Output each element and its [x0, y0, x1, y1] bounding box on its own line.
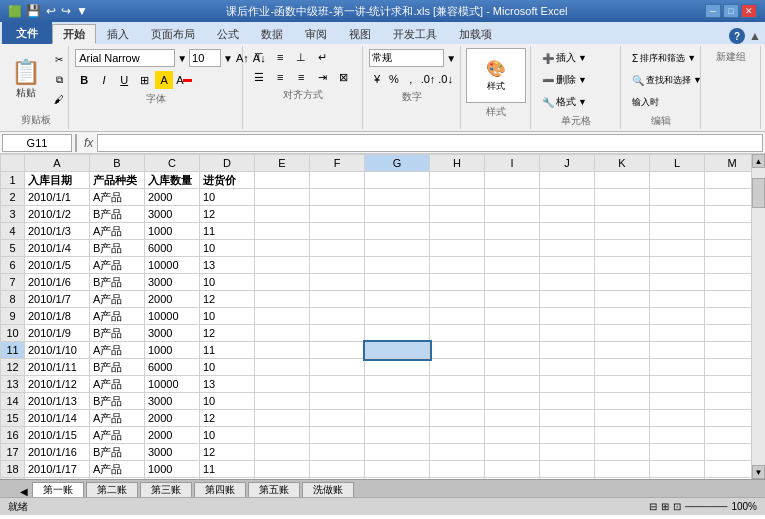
cell-12-2[interactable]: 6000: [145, 359, 200, 376]
cell-17-11[interactable]: [650, 444, 705, 461]
cell-6-11[interactable]: [650, 257, 705, 274]
cell-8-10[interactable]: [595, 291, 650, 308]
cell-3-3[interactable]: 12: [200, 206, 255, 223]
scroll-thumb[interactable]: [752, 178, 765, 208]
cell-18-6[interactable]: [365, 461, 430, 478]
cell-16-4[interactable]: [255, 427, 310, 444]
cell-11-4[interactable]: [255, 342, 310, 359]
cell-9-5[interactable]: [310, 308, 365, 325]
cell-9-0[interactable]: 2010/1/8: [25, 308, 90, 325]
cell-18-7[interactable]: [430, 461, 485, 478]
tab-data[interactable]: 数据: [250, 24, 294, 44]
autosum-dropdown[interactable]: ▼: [687, 53, 696, 63]
number-format-input[interactable]: [369, 49, 444, 67]
view-pagebreak-btn[interactable]: ⊡: [673, 501, 681, 512]
cell-8-2[interactable]: 2000: [145, 291, 200, 308]
cell-10-0[interactable]: 2010/1/9: [25, 325, 90, 342]
cell-17-8[interactable]: [485, 444, 540, 461]
col-header-d[interactable]: D: [200, 155, 255, 172]
cell-18-2[interactable]: 1000: [145, 461, 200, 478]
cell-18-9[interactable]: [540, 461, 595, 478]
cell-18-3[interactable]: 11: [200, 461, 255, 478]
fill-color-button[interactable]: A: [155, 71, 173, 89]
close-btn[interactable]: ✕: [741, 4, 757, 18]
cell-4-2[interactable]: 1000: [145, 223, 200, 240]
col-header-f[interactable]: F: [310, 155, 365, 172]
cell-18-10[interactable]: [595, 461, 650, 478]
col-header-a[interactable]: A: [25, 155, 90, 172]
zoom-slider[interactable]: ──────: [685, 501, 728, 512]
cell-10-11[interactable]: [650, 325, 705, 342]
cell-11-5[interactable]: [310, 342, 365, 359]
italic-button[interactable]: I: [95, 71, 113, 89]
cell-11-6[interactable]: [365, 342, 430, 359]
cell-18-11[interactable]: [650, 461, 705, 478]
row-header-12[interactable]: 12: [1, 359, 25, 376]
cell-4-1[interactable]: A产品: [90, 223, 145, 240]
row-header-15[interactable]: 15: [1, 410, 25, 427]
cell-13-0[interactable]: 2010/1/12: [25, 376, 90, 393]
cell-4-0[interactable]: 2010/1/3: [25, 223, 90, 240]
cell-9-9[interactable]: [540, 308, 595, 325]
cell-13-4[interactable]: [255, 376, 310, 393]
tab-home[interactable]: 开始: [52, 24, 96, 44]
cell-19-11[interactable]: [650, 478, 705, 480]
cell-9-11[interactable]: [650, 308, 705, 325]
cell-13-1[interactable]: A产品: [90, 376, 145, 393]
cell-18-5[interactable]: [310, 461, 365, 478]
cell-5-3[interactable]: 10: [200, 240, 255, 257]
cell-11-10[interactable]: [595, 342, 650, 359]
cell-11-11[interactable]: [650, 342, 705, 359]
cell-3-7[interactable]: [430, 206, 485, 223]
scroll-track[interactable]: [752, 168, 765, 465]
cell-6-3[interactable]: 13: [200, 257, 255, 274]
cell-2-12[interactable]: [705, 189, 752, 206]
cell-16-5[interactable]: [310, 427, 365, 444]
cell-3-4[interactable]: [255, 206, 310, 223]
delete-cells-btn[interactable]: ➖ 删除 ▼: [537, 70, 614, 90]
quick-dropdown-btn[interactable]: ▼: [76, 4, 88, 18]
cell-7-3[interactable]: 10: [200, 274, 255, 291]
col-header-b[interactable]: B: [90, 155, 145, 172]
cell-7-0[interactable]: 2010/1/6: [25, 274, 90, 291]
cell-2-8[interactable]: [485, 189, 540, 206]
cell-10-4[interactable]: [255, 325, 310, 342]
cell-17-7[interactable]: [430, 444, 485, 461]
cell-9-4[interactable]: [255, 308, 310, 325]
row-header-19[interactable]: 19: [1, 478, 25, 480]
sheet-tab-3[interactable]: 第三账: [140, 482, 192, 497]
cell-16-1[interactable]: A产品: [90, 427, 145, 444]
cut-button[interactable]: ✂: [50, 51, 68, 69]
cell-4-10[interactable]: [595, 223, 650, 240]
cell-7-2[interactable]: 3000: [145, 274, 200, 291]
cell-13-2[interactable]: 10000: [145, 376, 200, 393]
cell-13-7[interactable]: [430, 376, 485, 393]
cell-9-3[interactable]: 10: [200, 308, 255, 325]
col-header-c[interactable]: C: [145, 155, 200, 172]
cell-11-1[interactable]: A产品: [90, 342, 145, 359]
cell-12-10[interactable]: [595, 359, 650, 376]
align-right-btn[interactable]: ≡: [291, 68, 311, 86]
cell-12-0[interactable]: 2010/1/11: [25, 359, 90, 376]
conditional-format-btn[interactable]: 🎨 样式: [466, 48, 526, 103]
cell-14-6[interactable]: [365, 393, 430, 410]
cell-13-5[interactable]: [310, 376, 365, 393]
cell-6-1[interactable]: A产品: [90, 257, 145, 274]
cell-17-0[interactable]: 2010/1/16: [25, 444, 90, 461]
cell-10-6[interactable]: [365, 325, 430, 342]
cell-8-0[interactable]: 2010/1/7: [25, 291, 90, 308]
cell-11-2[interactable]: 1000: [145, 342, 200, 359]
cell-7-5[interactable]: [310, 274, 365, 291]
align-top-btn[interactable]: ⊤: [249, 48, 269, 66]
row-header-9[interactable]: 9: [1, 308, 25, 325]
cell-2-6[interactable]: [365, 189, 430, 206]
cell-10-1[interactable]: B产品: [90, 325, 145, 342]
col-header-l[interactable]: L: [650, 155, 705, 172]
row-header-5[interactable]: 5: [1, 240, 25, 257]
cell-6-6[interactable]: [365, 257, 430, 274]
cell-12-6[interactable]: [365, 359, 430, 376]
insert-dropdown[interactable]: ▼: [578, 53, 587, 63]
cell-7-8[interactable]: [485, 274, 540, 291]
format-dropdown[interactable]: ▼: [578, 97, 587, 107]
cell-3-10[interactable]: [595, 206, 650, 223]
